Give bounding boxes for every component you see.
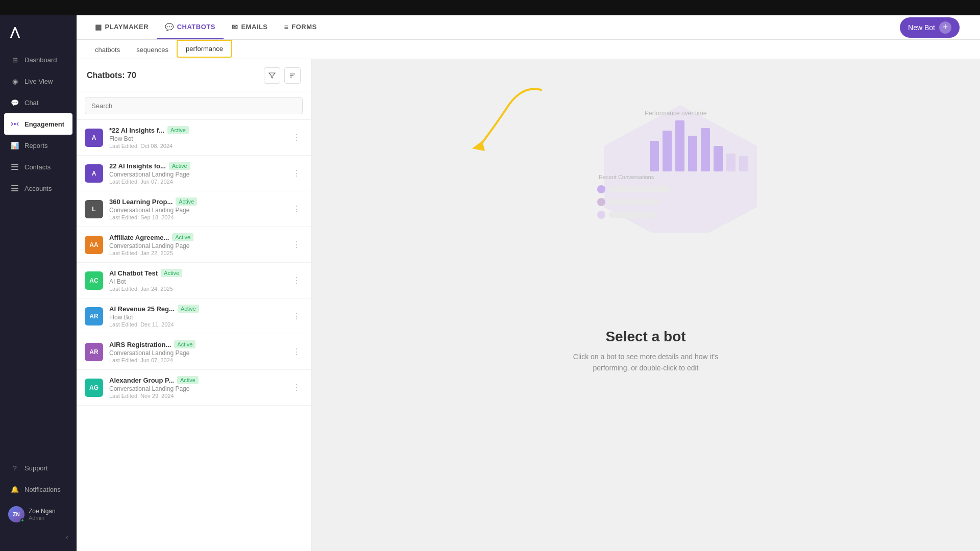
svg-rect-16 bbox=[663, 131, 672, 171]
bot-date: Last Edited: Dec 11, 2024 bbox=[109, 321, 284, 328]
dashboard-icon: ⊞ bbox=[10, 55, 19, 64]
chatbot-item[interactable]: AR AI Revenue 25 Reg... Active Flow Bot … bbox=[77, 298, 311, 334]
sub-tab-sequences[interactable]: sequences bbox=[128, 42, 177, 59]
chatbot-item[interactable]: AA Affiliate Agreeme... Active Conversat… bbox=[77, 227, 311, 263]
bot-menu-button[interactable]: ⋮ bbox=[290, 273, 303, 287]
bot-info: 22 AI Insights fo... Active Conversation… bbox=[109, 162, 284, 185]
svg-rect-9 bbox=[11, 188, 18, 189]
bot-type: Conversational Landing Page bbox=[109, 207, 284, 214]
bot-avatar: A bbox=[85, 164, 103, 183]
bot-avatar: AC bbox=[85, 271, 103, 290]
svg-rect-10 bbox=[11, 190, 18, 191]
svg-marker-14 bbox=[604, 105, 757, 233]
sidebar: ⋀ ⊞ Dashboard ◉ Live View 💬 Chat E bbox=[0, 15, 77, 551]
bot-menu-button[interactable]: ⋮ bbox=[290, 381, 303, 394]
user-section[interactable]: ZN Zoe Ngan Admin bbox=[0, 500, 77, 529]
svg-rect-17 bbox=[675, 120, 684, 171]
bot-name: AI Revenue 25 Reg... Active bbox=[109, 305, 284, 313]
bot-info: 360 Learning Prop... Active Conversation… bbox=[109, 197, 284, 220]
bot-date: Last Edited: Nov 29, 2024 bbox=[109, 393, 284, 399]
tab-playmaker[interactable]: ▦ PLAYMAKER bbox=[87, 15, 157, 39]
sub-tab-chatbots[interactable]: chatbots bbox=[87, 42, 128, 59]
bot-name: AI Chatbot Test Active bbox=[109, 269, 284, 277]
sidebar-item-accounts[interactable]: Accounts bbox=[0, 178, 77, 199]
svg-point-0 bbox=[14, 123, 16, 125]
bot-type: Flow Bot bbox=[109, 314, 284, 321]
search-input[interactable] bbox=[85, 97, 303, 114]
arrow-annotation bbox=[439, 80, 561, 163]
bot-date: Last Edited: Oct 08, 2024 bbox=[109, 143, 284, 149]
chatbot-item[interactable]: A *22 AI Insights f... Active Flow Bot L… bbox=[77, 120, 311, 156]
bot-date: Last Edited: Jan 22, 2025 bbox=[109, 250, 284, 256]
svg-rect-26 bbox=[609, 186, 670, 192]
svg-text:Performance over time: Performance over time bbox=[645, 110, 707, 117]
new-bot-button[interactable]: New Bot + bbox=[900, 17, 960, 38]
bot-menu-button[interactable]: ⋮ bbox=[290, 166, 303, 180]
sidebar-collapse-button[interactable]: ‹ bbox=[0, 529, 77, 546]
sidebar-item-dashboard[interactable]: ⊞ Dashboard bbox=[0, 49, 77, 70]
search-bar bbox=[77, 92, 311, 120]
sidebar-item-live-view[interactable]: ◉ Live View bbox=[0, 70, 77, 92]
bot-menu-button[interactable]: ⋮ bbox=[290, 345, 303, 359]
bot-name: *22 AI Insights f... Active bbox=[109, 126, 284, 134]
notifications-icon: 🔔 bbox=[10, 485, 19, 494]
sort-button[interactable] bbox=[284, 67, 301, 84]
chatbot-item[interactable]: A 22 AI Insights fo... Active Conversati… bbox=[77, 156, 311, 191]
bot-menu-button[interactable]: ⋮ bbox=[290, 309, 303, 323]
chatbot-item[interactable]: AR AIRS Registration... Active Conversat… bbox=[77, 334, 311, 370]
bot-menu-button[interactable]: ⋮ bbox=[290, 202, 303, 216]
chatbot-item[interactable]: AG Alexander Group P... Active Conversat… bbox=[77, 370, 311, 406]
bot-type: Conversational Landing Page bbox=[109, 171, 284, 178]
bot-menu-button[interactable]: ⋮ bbox=[290, 131, 303, 144]
bot-avatar: L bbox=[85, 200, 103, 218]
svg-point-27 bbox=[597, 198, 605, 206]
filter-button[interactable] bbox=[264, 67, 280, 84]
panel-header: Chatbots: 70 bbox=[77, 59, 311, 92]
status-badge: Active bbox=[174, 340, 195, 348]
svg-line-2 bbox=[11, 124, 13, 126]
chatbot-panel: Chatbots: 70 bbox=[77, 59, 311, 551]
sub-tabs: chatbots sequences performance bbox=[77, 40, 980, 59]
contacts-icon bbox=[10, 162, 19, 171]
sidebar-bottom: ? Support 🔔 Notifications ZN Zoe Ngan Ad… bbox=[0, 457, 77, 546]
sidebar-item-engagement[interactable]: Engagement bbox=[4, 113, 72, 135]
svg-rect-20 bbox=[714, 146, 723, 171]
bot-menu-button[interactable]: ⋮ bbox=[290, 238, 303, 252]
sidebar-logo: ⋀ bbox=[0, 20, 77, 49]
bot-avatar: AR bbox=[85, 343, 103, 361]
svg-rect-19 bbox=[701, 128, 710, 171]
forms-icon: ≡ bbox=[284, 23, 289, 31]
tab-forms[interactable]: ≡ FORMS bbox=[276, 15, 325, 39]
svg-rect-28 bbox=[609, 199, 660, 205]
svg-rect-8 bbox=[11, 185, 18, 186]
bot-date: Last Edited: Jun 07, 2024 bbox=[109, 179, 284, 185]
live-view-icon: ◉ bbox=[10, 77, 19, 86]
engagement-icon bbox=[10, 119, 19, 129]
sidebar-item-chat[interactable]: 💬 Chat bbox=[0, 92, 77, 113]
bot-type: Conversational Landing Page bbox=[109, 349, 284, 357]
svg-rect-15 bbox=[650, 141, 659, 171]
sidebar-item-contacts[interactable]: Contacts bbox=[0, 156, 77, 178]
status-badge: Active bbox=[169, 162, 190, 170]
chatbot-item[interactable]: AC AI Chatbot Test Active AI Bot Last Ed… bbox=[77, 263, 311, 298]
svg-point-29 bbox=[597, 211, 605, 219]
accounts-icon bbox=[10, 184, 19, 193]
bot-type: Conversational Landing Page bbox=[109, 242, 284, 249]
tab-chatbots[interactable]: 💬 CHATBOTS bbox=[157, 15, 224, 39]
chatbots-nav-icon: 💬 bbox=[165, 23, 174, 31]
status-badge: Active bbox=[167, 126, 189, 134]
panel-actions bbox=[264, 67, 301, 84]
bot-type: Flow Bot bbox=[109, 135, 284, 142]
sidebar-item-support[interactable]: ? Support bbox=[0, 457, 77, 479]
bot-info: Alexander Group P... Active Conversation… bbox=[109, 376, 284, 399]
chatbot-item[interactable]: L 360 Learning Prop... Active Conversati… bbox=[77, 191, 311, 227]
bot-avatar: A bbox=[85, 129, 103, 147]
sidebar-item-reports[interactable]: 📊 Reports bbox=[0, 135, 77, 156]
svg-line-4 bbox=[17, 124, 18, 126]
status-badge: Active bbox=[172, 233, 193, 241]
status-badge: Active bbox=[177, 376, 199, 384]
reports-icon: 📊 bbox=[10, 141, 19, 150]
tab-emails[interactable]: ✉ EMAILS bbox=[224, 15, 276, 39]
sub-tab-performance[interactable]: performance bbox=[177, 40, 232, 58]
sidebar-item-notifications[interactable]: 🔔 Notifications bbox=[0, 479, 77, 500]
